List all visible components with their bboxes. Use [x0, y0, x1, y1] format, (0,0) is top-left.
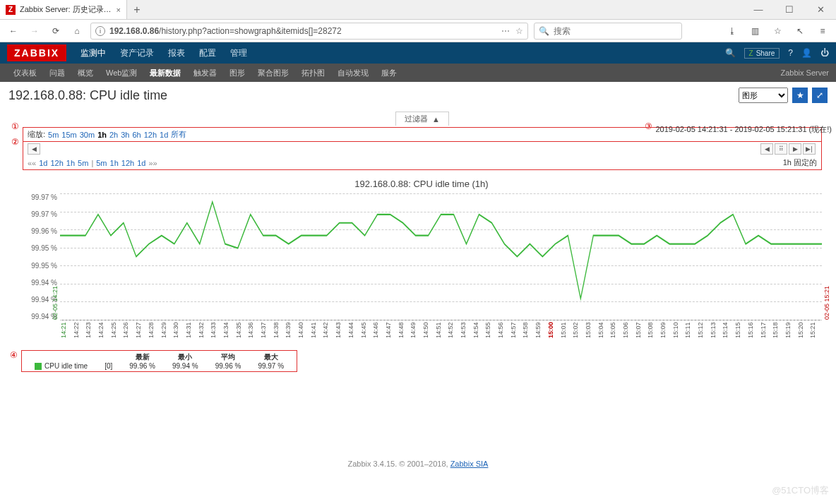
browser-toolbar: ← → ⟳ ⌂ i 192.168.0.86/history.php?actio… [0, 20, 836, 42]
main-menu-3[interactable]: 配置 [192, 42, 223, 64]
sub-menu-6[interactable]: 图形 [223, 64, 251, 82]
page-title-row: 192.168.0.88: CPU idle time 图形 ★ ⤢ [0, 82, 836, 109]
zoom-2h[interactable]: 2h [109, 131, 118, 139]
legend-box: 最新最小平均最大 CPU idle time[0]99.96 %99.94 %9… [21, 350, 297, 372]
nav-dots-button[interactable]: ⠿ [775, 143, 787, 155]
sub-menu: 仪表板问题概览Web监测最新数据触发器图形聚合图形拓扑图自动发现服务 Zabbi… [0, 64, 836, 82]
nav-prev-button[interactable]: ◀ [28, 143, 40, 155]
page-title: 192.168.0.88: CPU idle time [8, 88, 167, 103]
server-label: Zabbix Server [781, 68, 829, 77]
footer: Zabbix 3.4.15. © 2001–2018, Zabbix SIA [0, 460, 836, 468]
header-search-icon[interactable]: 🔍 [725, 48, 736, 58]
browser-search[interactable]: 🔍 [534, 23, 682, 40]
sub-menu-4[interactable]: 最新数据 [143, 64, 187, 82]
browser-titlebar: Z Zabbix Server: 历史记录 [每30 × + — ☐ ✕ [0, 0, 836, 20]
downloads-icon[interactable]: ⭳ [724, 23, 740, 39]
browser-tab[interactable]: Z Zabbix Server: 历史记录 [每30 × [0, 0, 127, 19]
sidebar-icon[interactable]: ↖ [792, 23, 808, 39]
back-button[interactable]: ← [6, 23, 21, 39]
sub-menu-5[interactable]: 触发器 [187, 64, 223, 82]
main-menu-1[interactable]: 资产记录 [113, 42, 161, 64]
zoom-6h[interactable]: 6h [133, 131, 141, 139]
zoom-所有[interactable]: 所有 [171, 129, 186, 140]
new-tab-button[interactable]: + [127, 0, 147, 19]
zoom-label: 缩放: [28, 129, 45, 140]
main-menu-0[interactable]: 监测中 [73, 42, 113, 64]
tab-title: Zabbix Server: 历史记录 [每30 [20, 4, 112, 15]
nav-arrows: «« [28, 159, 36, 167]
sub-menu-7[interactable]: 聚合图形 [251, 64, 295, 82]
main-menu-2[interactable]: 报表 [161, 42, 192, 64]
library-icon[interactable]: ▥ [747, 23, 763, 39]
share-button[interactable]: ZShare [744, 48, 780, 59]
shift-right-1h[interactable]: 1h [110, 159, 119, 167]
sub-menu-10[interactable]: 服务 [375, 64, 403, 82]
browser-search-input[interactable] [554, 26, 677, 36]
chart-area: 192.168.0.88: CPU idle time (1h) 99.97 %… [21, 179, 822, 346]
help-icon[interactable]: ? [788, 48, 793, 58]
fixed-label: 1h 固定的 [783, 157, 817, 168]
page-actions-icon[interactable]: ⋯ [501, 26, 510, 36]
zoom-15m[interactable]: 15m [61, 131, 76, 139]
url-bar[interactable]: i 192.168.0.86/history.php?action=showgr… [90, 23, 528, 40]
bookmarks-icon[interactable]: ☆ [770, 23, 785, 39]
time-end-label: 02-05 15:21 [823, 286, 830, 320]
time-start-label: 02-05 14:21 [52, 286, 59, 320]
zoom-30m[interactable]: 30m [80, 131, 95, 139]
fullscreen-button[interactable]: ⤢ [812, 88, 828, 103]
minimize-button[interactable]: — [743, 0, 774, 19]
view-select[interactable]: 图形 [739, 88, 788, 103]
favicon: Z [6, 5, 16, 15]
shift-right-12h[interactable]: 12h [121, 159, 134, 167]
shift-left-1h[interactable]: 1h [66, 159, 75, 167]
watermark: @51CTO博客 [772, 484, 829, 497]
forward-button[interactable]: → [27, 23, 42, 39]
nav-start-button[interactable]: ◀ [760, 143, 773, 155]
nav-rows-box: ◀ ◀ ⠿ ▶ ▶| «« 1d12h1h5m | 5m1h12h1d »»1h… [23, 142, 822, 170]
filter-toggle[interactable]: 过滤器 ▲ [395, 112, 449, 126]
sub-menu-2[interactable]: 概览 [71, 64, 100, 82]
shift-left-1d[interactable]: 1d [39, 159, 47, 167]
nav-next-button[interactable]: ▶| [803, 143, 816, 155]
shift-left-12h[interactable]: 12h [51, 159, 64, 167]
sub-menu-9[interactable]: 自动发现 [331, 64, 375, 82]
nav-play-button[interactable]: ▶ [789, 143, 801, 155]
power-icon[interactable]: ⏻ [820, 48, 829, 58]
close-tab-icon[interactable]: × [117, 6, 121, 14]
chart-plot[interactable]: 02-05 14:21 02-05 15:21 [60, 193, 822, 320]
user-icon[interactable]: 👤 [801, 48, 812, 58]
zoom-1d[interactable]: 1d [160, 131, 168, 139]
footer-link[interactable]: Zabbix SIA [450, 460, 489, 468]
close-window-button[interactable]: ✕ [805, 0, 836, 19]
shift-right-1d[interactable]: 1d [137, 159, 145, 167]
sub-menu-3[interactable]: Web监测 [100, 64, 143, 82]
site-info-icon[interactable]: i [95, 26, 105, 36]
window-controls: — ☐ ✕ [743, 0, 836, 19]
sub-menu-1[interactable]: 问题 [43, 64, 71, 82]
sub-menu-0[interactable]: 仪表板 [7, 64, 43, 82]
zoom-12h[interactable]: 12h [144, 131, 157, 139]
menu-icon[interactable]: ≡ [815, 23, 830, 39]
zoom-1h[interactable]: 1h [97, 131, 107, 139]
favorite-star-button[interactable]: ★ [792, 88, 808, 103]
filter-section: 过滤器 ▲ ① ③ 缩放: 5m15m30m1h2h3h6h12h1d所有 ② … [0, 109, 836, 170]
date-range: 2019-02-05 14:21:31 - 2019-02-05 15:21:3… [656, 124, 832, 135]
zabbix-header: ZABBIX 监测中资产记录报表配置管理 🔍 ZShare ? 👤 ⏻ [0, 42, 836, 64]
annotation-2: ② [11, 137, 19, 147]
annotation-4: ④ [10, 350, 18, 360]
shift-right-5m[interactable]: 5m [96, 159, 107, 167]
sub-menu-8[interactable]: 拓扑图 [295, 64, 331, 82]
main-menu: 监测中资产记录报表配置管理 [73, 42, 254, 64]
maximize-button[interactable]: ☐ [774, 0, 805, 19]
annotation-1: ① [11, 121, 19, 131]
zoom-5m[interactable]: 5m [48, 131, 59, 139]
search-icon: 🔍 [539, 26, 549, 36]
shift-left-5m[interactable]: 5m [78, 159, 88, 167]
chevron-up-icon: ▲ [432, 115, 440, 124]
bookmark-star-icon[interactable]: ☆ [515, 26, 523, 36]
zoom-3h[interactable]: 3h [121, 131, 129, 139]
main-menu-4[interactable]: 管理 [223, 42, 254, 64]
reload-button[interactable]: ⟳ [48, 23, 64, 39]
home-button[interactable]: ⌂ [69, 23, 85, 39]
zabbix-logo[interactable]: ZABBIX [7, 44, 66, 61]
